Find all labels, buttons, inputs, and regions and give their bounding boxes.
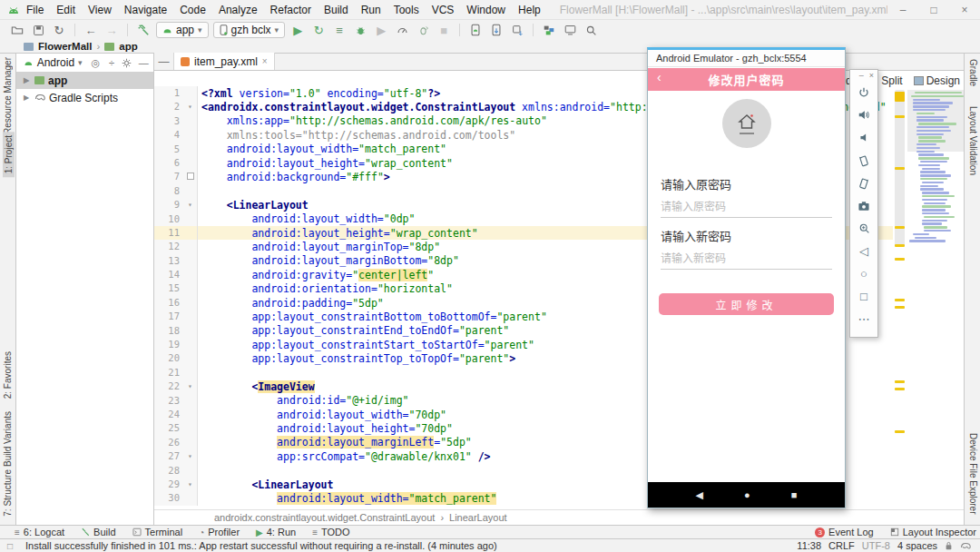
tool-gradle[interactable]: Gradle: [968, 59, 978, 86]
back-icon[interactable]: ←: [83, 22, 99, 38]
screenshot-camera-icon[interactable]: [850, 194, 877, 217]
emu-overview-icon[interactable]: □: [850, 285, 877, 308]
menu-help[interactable]: Help: [512, 4, 547, 16]
run-config-dropdown[interactable]: app ▾: [156, 22, 209, 38]
emulator-panel-close-icon[interactable]: ×: [869, 71, 874, 81]
tool-build[interactable]: Build: [81, 527, 115, 537]
apply-changes-restart-icon[interactable]: ↻: [310, 22, 327, 38]
tool-resource-manager[interactable]: Resource Manager: [3, 57, 13, 134]
breadcrumb-tag-linearlayout[interactable]: LinearLayout: [449, 512, 507, 523]
menu-code[interactable]: Code: [173, 4, 212, 16]
breadcrumb-project[interactable]: FlowerMall: [38, 41, 92, 52]
power-icon[interactable]: [850, 81, 877, 104]
menu-navigate[interactable]: Navigate: [118, 4, 173, 16]
editor-scrollbar-stripe[interactable]: [894, 90, 906, 506]
tool-logcat[interactable]: ≡6: Logcat: [15, 527, 64, 537]
search-everywhere-icon[interactable]: [583, 22, 599, 38]
tab-item-pay-xml[interactable]: item_pay.xml ×: [174, 53, 275, 70]
device-manager-icon[interactable]: [488, 22, 505, 38]
emu-home-icon[interactable]: ○: [850, 262, 877, 285]
menu-window[interactable]: Window: [460, 4, 512, 16]
open-folder-icon[interactable]: [9, 22, 25, 38]
more-options-icon[interactable]: ⋯: [850, 308, 877, 330]
build-hammer-icon[interactable]: [135, 22, 152, 38]
warning-stripe-mark[interactable]: [895, 226, 905, 229]
menu-run[interactable]: Run: [355, 4, 387, 16]
emulator-title-bar[interactable]: Android Emulator - gzh_bclx:5554: [648, 50, 845, 67]
attach-profiler-icon[interactable]: [415, 22, 431, 38]
warning-stripe-mark[interactable]: [895, 167, 905, 170]
volume-up-icon[interactable]: [850, 104, 877, 126]
tool-build-variants[interactable]: Build Variants: [3, 411, 13, 467]
apply-code-changes-icon[interactable]: ≡: [331, 22, 348, 38]
nav-back-icon[interactable]: ◀: [696, 489, 703, 501]
debug-icon[interactable]: [352, 22, 368, 38]
settings-gear-icon[interactable]: [122, 58, 134, 68]
breadcrumb-module[interactable]: app: [119, 41, 137, 52]
tool-todo[interactable]: ≡TODO: [312, 527, 349, 537]
mode-design[interactable]: Design: [914, 74, 960, 87]
old-password-input[interactable]: 请输入原密码: [661, 198, 832, 218]
menu-analyze[interactable]: Analyze: [212, 4, 264, 16]
status-message[interactable]: Install successfully finished in 101 ms.…: [9, 540, 789, 551]
profile-icon[interactable]: [394, 22, 410, 38]
run-with-coverage-icon[interactable]: ▶: [373, 22, 389, 38]
hide-panel-icon[interactable]: —: [137, 57, 150, 68]
avd-manager-icon[interactable]: [467, 22, 484, 38]
menu-edit[interactable]: Edit: [50, 4, 82, 16]
tool-layout-validation[interactable]: Layout Validation: [968, 106, 978, 175]
zoom-icon[interactable]: [850, 217, 877, 240]
menu-vcs[interactable]: VCS: [426, 4, 461, 16]
lock-icon[interactable]: [945, 541, 953, 550]
tool-structure[interactable]: 7: Structure: [3, 469, 13, 517]
nav-home-icon[interactable]: ●: [744, 489, 750, 500]
gradle-status-icon[interactable]: [960, 542, 971, 550]
tree-item-app[interactable]: ▶ app: [16, 72, 153, 89]
submit-button[interactable]: 立即修改: [659, 293, 834, 315]
minimize-icon[interactable]: –: [887, 4, 918, 16]
save-icon[interactable]: [30, 22, 46, 38]
run-icon[interactable]: ▶: [289, 22, 306, 38]
collapse-all-icon[interactable]: ÷: [105, 57, 118, 68]
warning-stripe-mark[interactable]: [895, 388, 905, 390]
sdk-manager-icon[interactable]: [509, 22, 525, 38]
tree-item-gradle-scripts[interactable]: ▶ Gradle Scripts: [16, 89, 153, 106]
warning-stripe-mark[interactable]: [895, 258, 905, 261]
emu-back-icon[interactable]: ◁: [850, 240, 877, 262]
warning-stripe-mark[interactable]: [895, 430, 905, 433]
device-dropdown[interactable]: gzh bclx ▾: [213, 22, 286, 38]
warning-stripe-mark[interactable]: [895, 380, 905, 383]
menu-file[interactable]: File: [20, 4, 50, 16]
status-encoding[interactable]: UTF-8: [862, 540, 890, 551]
expand-arrow-icon[interactable]: ▶: [24, 94, 31, 102]
stop-icon[interactable]: ■: [436, 22, 452, 38]
emulator-panel-minimize-icon[interactable]: –: [859, 71, 864, 81]
tool-device-file-explorer[interactable]: Device File Explorer: [968, 433, 978, 514]
new-password-input[interactable]: 请输入新密码: [661, 250, 832, 270]
sync-icon[interactable]: ↻: [51, 22, 67, 38]
hide-tabs-icon[interactable]: —: [154, 53, 174, 70]
menu-refactor[interactable]: Refactor: [264, 4, 318, 16]
close-icon[interactable]: ×: [949, 4, 980, 16]
warning-stripe-mark[interactable]: [895, 306, 905, 309]
maximize-icon[interactable]: □: [918, 4, 949, 16]
tool-event-log[interactable]: 3Event Log: [815, 527, 874, 537]
rotate-right-icon[interactable]: [850, 172, 877, 194]
code-minimap[interactable]: [907, 90, 964, 299]
nav-overview-icon[interactable]: ■: [791, 489, 798, 500]
tool-favorites[interactable]: 2: Favorites: [3, 351, 13, 399]
tool-terminal[interactable]: Terminal: [132, 527, 183, 537]
project-structure-icon[interactable]: [541, 22, 557, 38]
background-tasks-icon[interactable]: □: [7, 541, 13, 551]
locate-file-icon[interactable]: ◎: [90, 57, 103, 69]
expand-arrow-icon[interactable]: ▶: [24, 76, 31, 84]
menu-view[interactable]: View: [82, 4, 118, 16]
tab-close-icon[interactable]: ×: [262, 56, 268, 66]
forward-icon[interactable]: →: [103, 22, 120, 38]
warning-stripe-mark[interactable]: [895, 299, 905, 301]
project-view-selector[interactable]: Android: [37, 56, 74, 69]
menu-tools[interactable]: Tools: [387, 4, 426, 16]
status-indent[interactable]: 4 spaces: [897, 540, 937, 551]
tool-layout-inspector[interactable]: Layout Inspector: [890, 527, 976, 537]
warning-stripe-mark[interactable]: [895, 115, 905, 118]
